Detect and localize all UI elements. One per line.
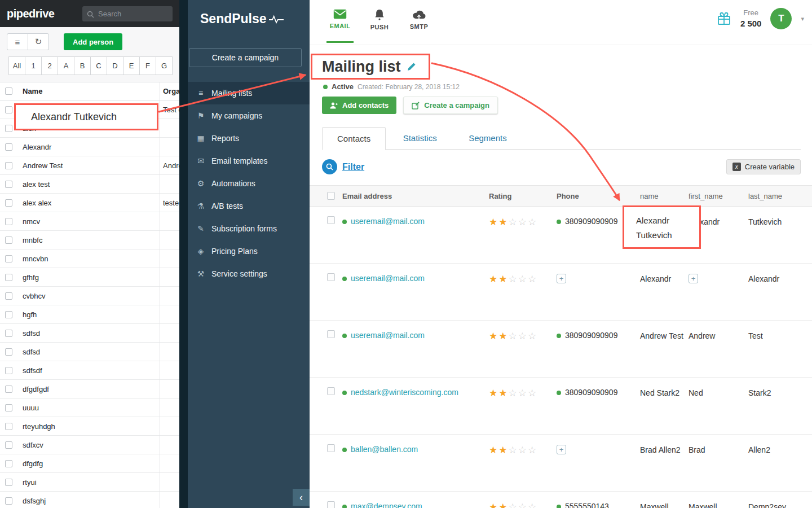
edit-pencil-icon[interactable] — [407, 62, 417, 72]
person-name[interactable]: mnbfc — [23, 236, 42, 244]
contact-email-link[interactable]: max@dempsey.com — [351, 502, 422, 508]
rating-stars[interactable]: ★★☆☆☆ — [489, 387, 537, 399]
avatar[interactable]: T — [770, 8, 792, 29]
pipedrive-filter-tab[interactable]: D — [107, 56, 123, 75]
row-checkbox[interactable] — [5, 292, 12, 300]
pipedrive-person-row[interactable]: alex test — [0, 175, 179, 194]
pipedrive-filter-tab[interactable]: E — [123, 56, 140, 75]
row-checkbox[interactable] — [5, 423, 12, 430]
pipedrive-filter-tab[interactable]: F — [139, 56, 156, 75]
select-all-checkbox[interactable] — [327, 192, 335, 200]
row-checkbox[interactable] — [5, 199, 12, 207]
rating-stars[interactable]: ★★☆☆☆ — [489, 273, 537, 285]
contact-email-link[interactable]: useremail@mail.com — [351, 274, 425, 283]
row-checkbox[interactable] — [327, 501, 335, 508]
person-name[interactable]: sdfxcv — [23, 441, 43, 449]
pipedrive-filter-tab[interactable]: All — [8, 56, 25, 75]
pipedrive-filter-tab[interactable]: C — [90, 56, 107, 75]
pipedrive-person-row[interactable]: sdfsd — [0, 324, 179, 343]
row-checkbox[interactable] — [5, 143, 12, 151]
row-checkbox[interactable] — [5, 218, 12, 225]
person-name[interactable]: Alexandr — [23, 143, 51, 151]
row-checkbox[interactable] — [5, 162, 12, 169]
person-name[interactable]: cvbhcv — [23, 292, 45, 300]
person-name[interactable]: dfgdfgdf — [23, 385, 49, 393]
row-checkbox[interactable] — [5, 348, 12, 356]
row-checkbox[interactable] — [5, 404, 12, 411]
sidebar-item-automations[interactable]: ⚙Automations — [188, 172, 310, 195]
pipedrive-person-row[interactable]: rteyuhdgh — [0, 417, 179, 436]
refresh-button[interactable]: ↻ — [28, 33, 49, 50]
chevron-down-icon[interactable]: ▾ — [801, 15, 804, 23]
rating-stars[interactable]: ★★☆☆☆ — [489, 216, 537, 228]
tab-contacts[interactable]: Contacts — [322, 127, 386, 150]
sidebar-collapse-button[interactable]: ‹ — [293, 489, 310, 506]
person-name[interactable]: dsfsghj — [23, 497, 46, 505]
person-name[interactable]: sdfsd — [23, 348, 40, 356]
add-person-button[interactable]: Add person — [64, 33, 122, 50]
row-checkbox[interactable] — [327, 216, 335, 224]
pipedrive-filter-tab[interactable]: 1 — [25, 56, 42, 75]
pipedrive-person-row[interactable]: mnbfc — [0, 231, 179, 249]
pipedrive-filter-tab[interactable]: 2 — [41, 56, 58, 75]
sidebar-item-reports[interactable]: ▦Reports — [188, 127, 310, 150]
search-input[interactable] — [82, 6, 173, 21]
tab-push[interactable]: PUSH — [365, 0, 394, 45]
contact-email-link[interactable]: ballen@ballen.com — [351, 445, 418, 454]
add-phone-button[interactable]: + — [557, 445, 566, 454]
pipedrive-person-row[interactable]: mncvbn — [0, 249, 179, 268]
pipedrive-person-row[interactable]: Alexandr — [0, 138, 179, 156]
pipedrive-person-row[interactable]: rtyui — [0, 473, 179, 492]
filter-search-icon[interactable] — [322, 159, 337, 174]
row-checkbox[interactable] — [5, 479, 12, 486]
row-checkbox[interactable] — [5, 441, 12, 449]
sidebar-item-my-campaigns[interactable]: ⚑My campaigns — [188, 104, 310, 127]
contact-email-link[interactable]: nedstark@winteriscoming.com — [351, 388, 458, 397]
pipedrive-person-row[interactable]: dfgdfg — [0, 454, 179, 473]
person-name[interactable]: rteyuhdgh — [23, 422, 55, 431]
tab-smtp[interactable]: SMTP — [404, 0, 434, 45]
row-checkbox[interactable] — [5, 255, 12, 262]
pipedrive-person-row[interactable]: sdfsdf — [0, 361, 179, 380]
pipedrive-filter-tab[interactable]: B — [74, 56, 91, 75]
person-name[interactable]: sdfsd — [23, 329, 40, 338]
contact-email-link[interactable]: useremail@mail.com — [351, 331, 425, 340]
pipedrive-person-row[interactable]: dfgdfgdf — [0, 380, 179, 398]
row-checkbox[interactable] — [327, 273, 335, 281]
row-checkbox[interactable] — [5, 386, 12, 393]
row-checkbox[interactable] — [5, 330, 12, 337]
create-variable-button[interactable]: x Create variable — [726, 159, 801, 174]
row-checkbox[interactable] — [5, 497, 12, 505]
row-checkbox[interactable] — [327, 330, 335, 338]
row-checkbox[interactable] — [5, 181, 12, 188]
row-checkbox[interactable] — [327, 444, 335, 452]
tab-statistics[interactable]: Statistics — [389, 127, 452, 150]
person-name[interactable]: gfhfg — [23, 273, 39, 282]
rating-stars[interactable]: ★★☆☆☆ — [489, 330, 537, 342]
person-name[interactable]: dfgdfg — [23, 459, 43, 468]
sidebar-create-campaign-button[interactable]: Create a campaign — [189, 48, 302, 67]
sidebar-item-service-settings[interactable]: ⚒Service settings — [188, 262, 310, 285]
pipedrive-person-row[interactable]: gfhfg — [0, 268, 179, 287]
row-checkbox[interactable] — [327, 387, 335, 395]
row-checkbox[interactable] — [5, 237, 12, 244]
pipedrive-person-row[interactable]: sdfxcv — [0, 436, 179, 454]
person-name[interactable]: hgfh — [23, 310, 37, 319]
person-name[interactable]: nmcv — [23, 217, 40, 226]
rating-stars[interactable]: ★★☆☆☆ — [489, 501, 537, 508]
person-name[interactable]: rtyui — [23, 478, 37, 487]
person-name[interactable]: alex alex — [23, 199, 51, 207]
add-first-name-button[interactable]: + — [689, 274, 698, 283]
sidebar-item-mailing-lists[interactable]: ≡Mailing lists — [188, 82, 310, 104]
person-name[interactable]: mncvbn — [23, 255, 48, 263]
person-name[interactable]: alex test — [23, 180, 50, 189]
sidebar-item-subscription-forms[interactable]: ✎Subscription forms — [188, 217, 310, 240]
pipedrive-person-row[interactable]: Andrew TestAndre — [0, 156, 179, 175]
pipedrive-person-row[interactable]: uuuu — [0, 398, 179, 417]
gift-icon[interactable] — [717, 11, 731, 26]
pipedrive-person-row[interactable]: sdfsd — [0, 343, 179, 361]
pipedrive-person-row[interactable]: nmcv — [0, 212, 179, 231]
person-name[interactable]: Andrew Test — [23, 161, 63, 170]
tab-segments[interactable]: Segments — [454, 127, 522, 150]
pipedrive-filter-tab[interactable]: A — [58, 56, 74, 75]
